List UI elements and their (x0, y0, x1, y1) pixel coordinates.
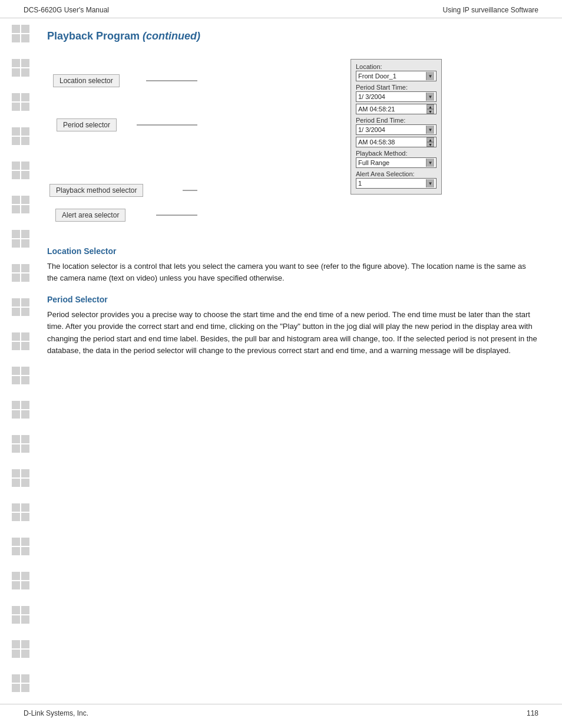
period-end-date-dropdown[interactable]: 1/ 3/2004 ▼ (356, 124, 437, 135)
main-content: Playback Program (continued) Location se… (47, 18, 538, 357)
header-left: DCS-6620G User's Manual (24, 6, 109, 14)
period-selector-title: Period Selector (47, 295, 538, 304)
sidebar-squares-5 (12, 162, 29, 179)
sidebar-squares-18 (12, 606, 29, 624)
location-label: Location: (356, 63, 437, 70)
location-selector-label: Location selector (53, 74, 120, 87)
location-dropdown[interactable]: Front Door_1 ▼ (356, 71, 437, 81)
sidebar-squares-14 (12, 469, 29, 487)
sidebar-squares-2 (12, 59, 29, 77)
period-start-spin-up[interactable]: ▲ (427, 104, 434, 109)
period-start-time-spinner[interactable]: AM 04:58:21 ▲ ▼ (356, 104, 437, 114)
alert-area-selector-label: Alert area selector (55, 209, 125, 222)
sidebar-squares-17 (12, 572, 29, 589)
sidebar-squares-8 (12, 264, 29, 282)
header-right: Using IP surveillance Software (442, 6, 538, 14)
playback-method-label: Playback Method: (356, 150, 437, 157)
playback-method-arrow[interactable]: ▼ (426, 159, 434, 167)
playback-method-dropdown[interactable]: Full Range ▼ (356, 157, 437, 168)
period-end-spin-buttons[interactable]: ▲ ▼ (427, 137, 434, 147)
sidebar-squares-15 (12, 503, 29, 521)
diagram-wrapper: Location selector Period selector Playba… (47, 53, 300, 236)
sidebar-squares-13 (12, 435, 29, 453)
sidebar-squares-11 (12, 367, 29, 384)
sidebar-squares-9 (12, 298, 29, 316)
period-start-spin-buttons[interactable]: ▲ ▼ (427, 104, 434, 114)
footer-right: 118 (527, 709, 538, 717)
period-start-spin-down[interactable]: ▼ (427, 109, 434, 114)
section-title: Playback Program (continued) (47, 30, 538, 42)
period-end-label: Period End Time: (356, 117, 437, 124)
period-selector-body: Period selector provides you a precise w… (47, 309, 538, 357)
sidebar-squares-16 (12, 538, 29, 555)
playback-method-selector-label: Playback method selector (49, 184, 143, 197)
sidebar-squares-20 (12, 674, 29, 692)
period-end-time-spinner[interactable]: AM 04:58:38 ▲ ▼ (356, 137, 437, 147)
period-start-date-dropdown[interactable]: 1/ 3/2004 ▼ (356, 91, 437, 102)
alert-area-dropdown[interactable]: 1 ▼ (356, 178, 437, 189)
sidebar-squares-12 (12, 401, 29, 419)
location-selector-title: Location Selector (47, 246, 538, 256)
sidebar-squares-7 (12, 230, 29, 248)
footer-left: D-Link Systems, Inc. (24, 709, 88, 717)
sidebar-squares-1 (12, 25, 29, 42)
sidebar-squares-10 (12, 332, 29, 350)
sidebar-squares-6 (12, 196, 29, 213)
period-selector-label: Period selector (57, 118, 117, 131)
ui-panel: Location: Front Door_1 ▼ Period Start Ti… (351, 59, 442, 195)
page-header: DCS-6620G User's Manual Using IP surveil… (0, 0, 562, 18)
alert-area-arrow[interactable]: ▼ (426, 179, 434, 187)
sidebar-squares-3 (12, 93, 29, 111)
period-start-date-arrow[interactable]: ▼ (426, 93, 434, 101)
location-dropdown-arrow[interactable]: ▼ (426, 72, 434, 80)
page-footer: D-Link Systems, Inc. 118 (0, 704, 562, 717)
period-end-date-arrow[interactable]: ▼ (426, 126, 434, 134)
alert-area-label: Alert Area Selection: (356, 170, 437, 177)
period-end-spin-up[interactable]: ▲ (427, 137, 434, 142)
period-end-spin-down[interactable]: ▼ (427, 142, 434, 147)
sidebar-squares-4 (12, 127, 29, 145)
sidebar-squares-19 (12, 640, 29, 658)
location-selector-body: The location selector is a control that … (47, 261, 538, 284)
period-start-label: Period Start Time: (356, 84, 437, 91)
